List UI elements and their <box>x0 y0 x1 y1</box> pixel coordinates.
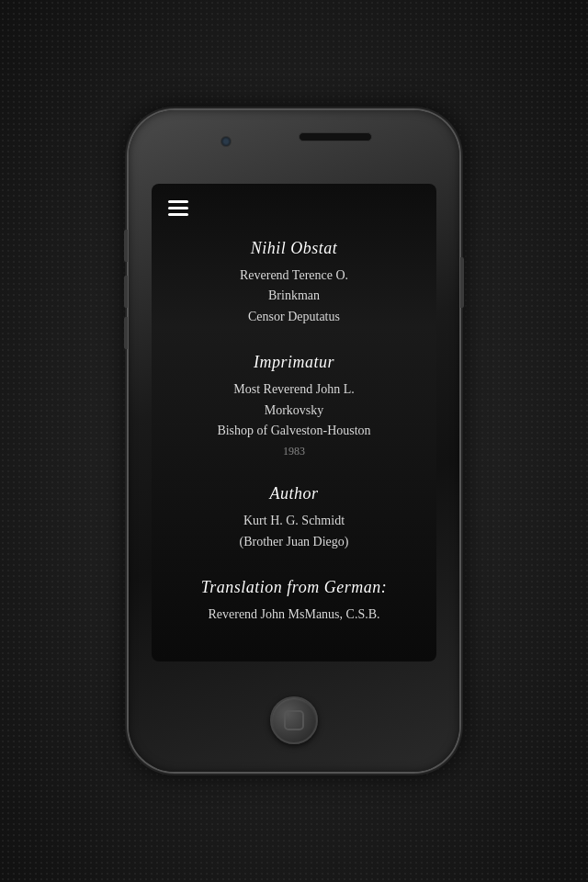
section-2: AuthorKurt H. G. Schmidt (Brother Juan D… <box>240 484 349 552</box>
section-body-2: Kurt H. G. Schmidt (Brother Juan Diego) <box>240 511 349 552</box>
section-title-2: Author <box>240 484 349 503</box>
menu-button[interactable] <box>168 200 188 216</box>
phone-bottom <box>270 662 318 772</box>
section-title-1: Imprimatur <box>217 353 370 372</box>
section-body-0: Reverend Terence O. Brinkman Censor Depu… <box>240 266 348 327</box>
menu-line-3 <box>168 213 188 216</box>
home-button-inner <box>284 710 304 730</box>
section-year-1: 1983 <box>217 445 370 458</box>
speaker <box>299 132 372 141</box>
section-title-0: Nihil Obstat <box>240 239 348 258</box>
menu-line-1 <box>168 200 188 203</box>
menu-line-2 <box>168 207 188 209</box>
home-button[interactable] <box>270 696 318 744</box>
phone-frame: Nihil ObstatReverend Terence O. Brinkman… <box>129 110 459 772</box>
section-title-3: Translation from German: <box>201 578 387 597</box>
phone-top <box>129 110 459 184</box>
section-body-1: Most Reverend John L. Morkovsky Bishop o… <box>217 379 370 441</box>
camera <box>220 136 232 147</box>
section-3: Translation from German:Reverend John Ms… <box>201 578 387 625</box>
screen-content: Nihil ObstatReverend Terence O. Brinkman… <box>152 184 436 662</box>
section-1: ImprimaturMost Reverend John L. Morkovsk… <box>217 353 370 458</box>
screen: Nihil ObstatReverend Terence O. Brinkman… <box>152 184 436 662</box>
section-body-3: Reverend John MsManus, C.S.B. <box>201 605 387 625</box>
section-0: Nihil ObstatReverend Terence O. Brinkman… <box>240 239 348 327</box>
